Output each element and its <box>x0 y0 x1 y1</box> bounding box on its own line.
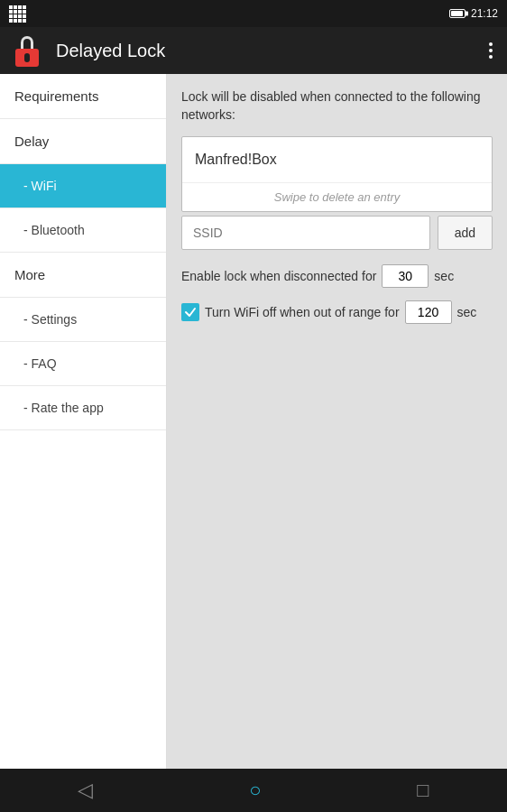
network-list: Manfred!Box Swipe to delete an entry <box>181 136 493 212</box>
recent-button[interactable]: □ <box>399 771 447 809</box>
sidebar-item-bluetooth[interactable]: - Bluetooth <box>0 208 166 253</box>
ssid-input[interactable] <box>181 216 430 250</box>
sidebar-item-requirements[interactable]: Requirements <box>0 74 166 119</box>
lock-delay-input[interactable] <box>382 264 429 288</box>
sidebar-item-delay[interactable]: Delay <box>0 119 166 164</box>
app-header: Delayed Lock <box>0 27 507 74</box>
sidebar-item-settings[interactable]: - Settings <box>0 298 166 342</box>
sidebar-item-more[interactable]: More <box>0 253 166 298</box>
overflow-menu-button[interactable] <box>485 39 496 62</box>
status-bar-right: 21:12 <box>449 7 498 20</box>
wifi-off-unit: sec <box>457 305 477 319</box>
sidebar-item-wifi[interactable]: - WiFi <box>0 164 166 208</box>
wifi-off-checkbox[interactable] <box>181 303 199 321</box>
content-area: Lock will be disabled when connected to … <box>167 74 507 769</box>
main-layout: Requirements Delay - WiFi - Bluetooth Mo… <box>0 74 507 769</box>
wifi-off-label: Turn WiFi off when out of range for <box>205 305 400 319</box>
wifi-off-row: Turn WiFi off when out of range for sec <box>181 300 493 324</box>
signal-icon <box>9 5 26 23</box>
sidebar-item-rate[interactable]: - Rate the app <box>0 386 166 430</box>
lock-delay-unit: sec <box>434 269 454 283</box>
home-button[interactable]: ○ <box>231 771 279 809</box>
sidebar: Requirements Delay - WiFi - Bluetooth Mo… <box>0 74 167 769</box>
add-button[interactable]: add <box>438 216 493 250</box>
status-bar: 21:12 <box>0 0 507 27</box>
network-entry[interactable]: Manfred!Box <box>182 137 492 183</box>
swipe-hint: Swipe to delete an entry <box>182 183 492 211</box>
app-title: Delayed Lock <box>56 41 473 61</box>
battery-icon <box>449 9 466 18</box>
lock-delay-prefix: Enable lock when disconnected for <box>181 269 376 283</box>
lock-delay-row: Enable lock when disconnected for sec <box>181 264 493 288</box>
sidebar-item-faq[interactable]: - FAQ <box>0 342 166 386</box>
wifi-off-input[interactable] <box>405 300 452 324</box>
ssid-row: add <box>181 216 493 250</box>
back-button[interactable]: ◁ <box>60 771 111 809</box>
content-description: Lock will be disabled when connected to … <box>181 88 493 124</box>
app-logo <box>11 34 43 67</box>
bottom-nav: ◁ ○ □ <box>0 769 507 812</box>
status-time: 21:12 <box>471 7 498 20</box>
status-bar-left <box>9 5 26 23</box>
